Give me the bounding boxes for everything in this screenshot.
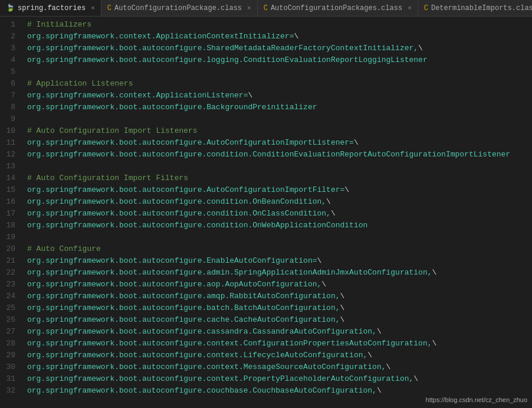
code-line-5 xyxy=(27,66,532,78)
code-line-18: org.springframework.boot.autoconfigure.c… xyxy=(27,220,532,231)
code-line-13 xyxy=(27,161,532,172)
line-number-23: 23 xyxy=(0,279,15,291)
code-line-12: org.springframework.boot.autoconfigure.c… xyxy=(27,149,532,161)
line-number-31: 31 xyxy=(0,373,15,385)
code-line-2: org.springframework.context.ApplicationC… xyxy=(27,31,532,43)
classpath-text: org.springframework.context.ApplicationL… xyxy=(27,91,248,100)
code-line-28: org.springframework.boot.autoconfigure.c… xyxy=(27,338,532,350)
tab-close-tab3[interactable]: × xyxy=(408,5,412,12)
separator: \ xyxy=(326,197,331,206)
line-number-26: 26 xyxy=(0,314,15,326)
classpath-text: org.springframework.boot.autoconfigure.c… xyxy=(27,363,386,371)
code-line-31: org.springframework.boot.autoconfigure.c… xyxy=(27,373,532,385)
code-line-24: org.springframework.boot.autoconfigure.a… xyxy=(27,291,532,302)
watermark: https://blog.csdn.net/cz_chen_zhuo xyxy=(426,396,527,403)
separator: \ xyxy=(418,44,423,53)
line-number-13: 13 xyxy=(0,161,15,172)
code-line-3: org.springframework.boot.autoconfigure.S… xyxy=(27,43,532,54)
line-number-1: 1 xyxy=(0,19,15,31)
classpath-text: org.springframework.boot.autoconfigure.c… xyxy=(27,197,326,206)
separator: \ xyxy=(377,386,382,395)
tab-close-tab2[interactable]: × xyxy=(247,5,251,12)
code-line-16: org.springframework.boot.autoconfigure.c… xyxy=(27,196,532,208)
comment-text: # Auto Configuration Import Listeners xyxy=(27,126,198,135)
line-number-30: 30 xyxy=(0,361,15,373)
comment-text: # Application Listeners xyxy=(27,79,133,88)
classpath-text: org.springframework.boot.autoconfigure.c… xyxy=(27,209,331,218)
code-line-6: # Application Listeners xyxy=(27,78,532,90)
separator: \ xyxy=(321,280,326,289)
classpath-text: org.springframework.boot.autoconfigure.A… xyxy=(27,185,344,194)
line-number-8: 8 xyxy=(0,102,15,113)
classpath-text: org.springframework.boot.autoconfigure.c… xyxy=(27,315,340,324)
tab-tab3[interactable]: CAutoConfigurationPackages.class× xyxy=(258,0,418,16)
code-line-26: org.springframework.boot.autoconfigure.c… xyxy=(27,314,532,326)
tab-label-tab3: AutoConfigurationPackages.class xyxy=(271,4,402,12)
separator: \ xyxy=(340,303,345,312)
code-line-25: org.springframework.boot.autoconfigure.b… xyxy=(27,302,532,314)
line-number-4: 4 xyxy=(0,54,15,66)
separator: \ xyxy=(432,339,437,348)
separator: \ xyxy=(331,209,336,218)
classpath-text: org.springframework.boot.autoconfigure.c… xyxy=(27,221,367,230)
line-number-27: 27 xyxy=(0,326,15,338)
line-number-14: 14 xyxy=(0,172,15,184)
code-line-10: # Auto Configuration Import Listeners xyxy=(27,125,532,137)
tab-tab1[interactable]: 🍃spring.factories× xyxy=(0,0,101,16)
classpath-text: org.springframework.boot.autoconfigure.l… xyxy=(27,56,428,64)
code-line-20: # Auto Configure xyxy=(27,243,532,255)
tab-icon-tab1: 🍃 xyxy=(6,4,15,12)
classpath-text: org.springframework.boot.autoconfigure.c… xyxy=(27,327,377,336)
tab-label-tab4: DeterminableImports.class xyxy=(431,4,532,12)
tab-tab2[interactable]: CAutoConfigurationPackage.class× xyxy=(101,0,258,16)
separator: \ xyxy=(294,32,298,41)
comment-text: # Auto Configuration Import Filters xyxy=(27,174,188,182)
code-line-30: org.springframework.boot.autoconfigure.c… xyxy=(27,361,532,373)
line-number-7: 7 xyxy=(0,90,15,102)
comment-text: # Initializers xyxy=(27,20,91,29)
separator: \ xyxy=(377,327,382,336)
line-number-17: 17 xyxy=(0,208,15,220)
code-line-23: org.springframework.boot.autoconfigure.a… xyxy=(27,279,532,291)
tab-close-tab1[interactable]: × xyxy=(91,5,95,12)
editor-area: 1234567891011121314151617181920212223242… xyxy=(0,17,532,408)
line-number-21: 21 xyxy=(0,255,15,267)
line-number-9: 9 xyxy=(0,113,15,125)
code-line-19 xyxy=(27,231,532,243)
code-content: # Initializersorg.springframework.contex… xyxy=(21,17,532,408)
line-number-10: 10 xyxy=(0,125,15,137)
code-line-11: org.springframework.boot.autoconfigure.A… xyxy=(27,137,532,149)
tab-icon-tab3: C xyxy=(264,4,268,12)
separator: \ xyxy=(354,138,359,147)
tab-icon-tab4: C xyxy=(424,4,428,12)
separator: \ xyxy=(432,268,437,277)
tab-label-tab2: AutoConfigurationPackage.class xyxy=(114,4,242,12)
code-line-17: org.springframework.boot.autoconfigure.c… xyxy=(27,208,532,220)
line-numbers: 1234567891011121314151617181920212223242… xyxy=(0,17,21,408)
line-number-25: 25 xyxy=(0,302,15,314)
comment-text: # Auto Configure xyxy=(27,244,101,253)
line-number-29: 29 xyxy=(0,350,15,361)
line-number-3: 3 xyxy=(0,43,15,54)
line-number-18: 18 xyxy=(0,220,15,231)
classpath-text: org.springframework.boot.autoconfigure.c… xyxy=(27,339,432,348)
code-line-1: # Initializers xyxy=(27,19,532,31)
line-number-5: 5 xyxy=(0,66,15,78)
tab-tab4[interactable]: CDeterminableImports.class× xyxy=(418,0,532,16)
separator: \ xyxy=(413,374,418,383)
line-number-11: 11 xyxy=(0,137,15,149)
tab-icon-tab2: C xyxy=(107,4,111,12)
classpath-text: org.springframework.boot.autoconfigure.A… xyxy=(27,138,354,147)
code-line-29: org.springframework.boot.autoconfigure.c… xyxy=(27,350,532,361)
classpath-text: org.springframework.boot.autoconfigure.a… xyxy=(27,292,340,301)
line-number-22: 22 xyxy=(0,267,15,279)
line-number-2: 2 xyxy=(0,31,15,43)
classpath-text: org.springframework.boot.autoconfigure.b… xyxy=(27,303,340,312)
code-line-9 xyxy=(27,113,532,125)
line-number-20: 20 xyxy=(0,243,15,255)
line-number-15: 15 xyxy=(0,184,15,196)
classpath-text: org.springframework.boot.autoconfigure.B… xyxy=(27,103,317,112)
classpath-text: org.springframework.boot.autoconfigure.c… xyxy=(27,351,367,360)
line-number-16: 16 xyxy=(0,196,15,208)
code-line-4: org.springframework.boot.autoconfigure.l… xyxy=(27,54,532,66)
